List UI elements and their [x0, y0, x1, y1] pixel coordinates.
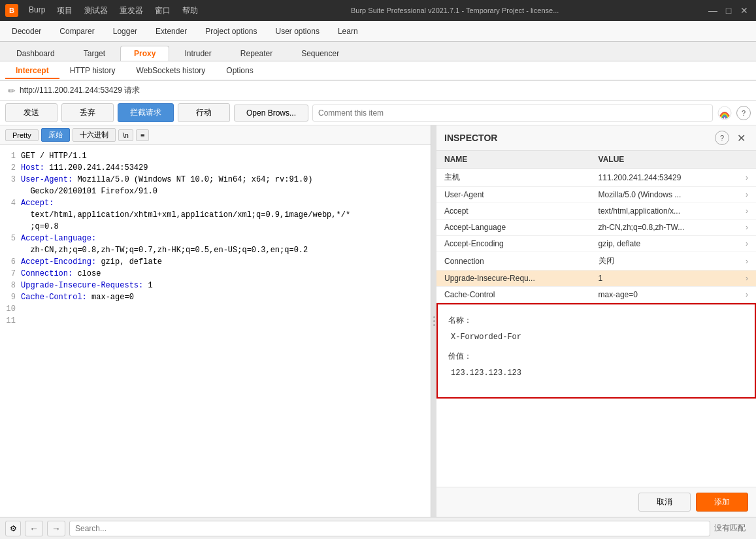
chevron-icon: › — [738, 270, 756, 287]
editor-line-4b: text/html,application/xhtml+xml,applicat… — [5, 209, 425, 221]
editor-line-9: 9 Cache-Control: max-age=0 — [5, 291, 425, 303]
menu-logger[interactable]: Logger — [104, 24, 146, 39]
inspector-help-icon[interactable]: ? — [715, 131, 729, 145]
row-name: Accept-Encoding — [436, 236, 591, 252]
table-row[interactable]: Connection 关闭 › — [436, 252, 756, 270]
row-value: gzip, deflate — [591, 236, 738, 252]
chevron-icon: › — [738, 287, 756, 303]
title-bar-menus: Burp 项目 测试器 重发器 窗口 帮助 — [24, 4, 203, 18]
close-button[interactable]: ✕ — [738, 4, 751, 17]
table-row[interactable]: Accept-Encoding gzip, deflate › — [436, 236, 756, 252]
back-button[interactable]: ← — [25, 521, 43, 536]
menu-resender[interactable]: 重发器 — [114, 4, 148, 18]
resize-handle[interactable] — [431, 125, 436, 517]
tab-intruder[interactable]: Intruder — [171, 46, 225, 61]
inspector-header: INSPECTOR ? ✕ — [436, 125, 756, 151]
pretty-btn[interactable]: Pretty — [5, 129, 39, 141]
chevron-icon: › — [738, 169, 756, 187]
send-button[interactable]: 发送 — [5, 103, 58, 122]
editor-line-5: 5 Accept-Language: — [5, 233, 425, 244]
row-value: 关闭 — [591, 252, 738, 270]
row-name: Accept-Language — [436, 220, 591, 236]
main-content: Pretty 原始 十六进制 \n ≡ 1 GET / HTTP/1.1 2 H… — [0, 125, 756, 517]
tab-target[interactable]: Target — [70, 46, 119, 61]
menu-btn[interactable]: ≡ — [136, 129, 149, 141]
settings-icon[interactable]: ⚙ — [5, 521, 21, 536]
editor-line-3: 3 User-Agent: Mozilla/5.0 (Windows NT 10… — [5, 174, 425, 186]
editor-panel: Pretty 原始 十六进制 \n ≡ 1 GET / HTTP/1.1 2 H… — [0, 125, 431, 517]
menu-project[interactable]: 项目 — [52, 4, 78, 18]
menu-decoder[interactable]: Decoder — [3, 24, 50, 39]
tab-sequencer[interactable]: Sequencer — [288, 46, 353, 61]
minimize-button[interactable]: — — [706, 4, 719, 17]
menu-project-options[interactable]: Project options — [196, 24, 266, 39]
discard-button[interactable]: 丢弃 — [61, 103, 114, 122]
inspector-scroll[interactable]: NAME VALUE 主机 111.200.241.244:53429 › Us… — [436, 151, 756, 487]
status-bar: ⚙ ← → 没有匹配 — [0, 517, 756, 539]
raw-btn[interactable]: 原始 — [41, 128, 70, 142]
editor-line-6: 6 Accept-Encoding: gzip, deflate — [5, 256, 425, 268]
forward-button[interactable]: → — [47, 521, 65, 536]
row-value: text/html,application/x... — [591, 203, 738, 220]
name-value: X-Forworded-For — [448, 331, 744, 343]
table-row[interactable]: User-Agent Mozilla/5.0 (Windows ... › — [436, 187, 756, 203]
chevron-icon: › — [738, 252, 756, 270]
menu-burp[interactable]: Burp — [24, 4, 50, 18]
subtab-intercept[interactable]: Intercept — [5, 63, 59, 79]
col-name: NAME — [436, 151, 591, 169]
inspector-panel: INSPECTOR ? ✕ NAME VALUE 主机 111.200.241.… — [436, 125, 756, 517]
menu-help[interactable]: 帮助 — [177, 4, 203, 18]
editor-line-4c: ;q=0.8 — [5, 221, 425, 233]
open-browser-button[interactable]: Open Brows... — [234, 105, 308, 122]
menu-tester[interactable]: 测试器 — [79, 4, 113, 18]
menu-window[interactable]: 窗口 — [150, 4, 176, 18]
nav-tabs: Dashboard Target Proxy Intruder Repeater… — [0, 42, 756, 61]
search-input[interactable] — [69, 521, 710, 536]
table-row-highlighted[interactable]: Upgrade-Insecure-Requ... 1 › — [436, 270, 756, 287]
comment-input[interactable] — [312, 105, 713, 122]
row-name: User-Agent — [436, 187, 591, 203]
subtab-options[interactable]: Options — [216, 63, 263, 79]
tab-proxy[interactable]: Proxy — [120, 46, 169, 61]
tab-dashboard[interactable]: Dashboard — [3, 46, 69, 61]
request-url: http://111.200.241.244:53429 请求 — [20, 85, 140, 96]
tab-repeater[interactable]: Repeater — [227, 46, 286, 61]
edit-icon: ✏ — [8, 86, 16, 96]
table-row[interactable]: Accept text/html,application/x... › — [436, 203, 756, 220]
value-value: 123.123.123.123 — [448, 367, 744, 379]
newline-btn[interactable]: \n — [118, 129, 133, 141]
add-button[interactable]: 添加 — [696, 493, 748, 512]
menu-comparer[interactable]: Comparer — [50, 24, 103, 39]
no-match-label: 没有匹配 — [714, 523, 751, 534]
window-title: Burp Suite Professional v2021.7.1 - Temp… — [208, 7, 701, 14]
table-row[interactable]: Cache-Control max-age=0 › — [436, 287, 756, 303]
title-bar: B Burp 项目 测试器 重发器 窗口 帮助 Burp Suite Profe… — [0, 0, 756, 21]
hex-btn[interactable]: 十六进制 — [73, 128, 116, 142]
editor-line-1: 1 GET / HTTP/1.1 — [5, 150, 425, 162]
inspector-close-icon[interactable]: ✕ — [734, 132, 748, 144]
editor-line-11: 11 — [5, 315, 425, 327]
subtab-websockets-history[interactable]: WebSockets history — [125, 63, 216, 79]
name-label: 名称： — [448, 315, 744, 326]
editor-line-7: 7 Connection: close — [5, 268, 425, 280]
help-icon[interactable]: ? — [736, 106, 751, 120]
table-row[interactable]: Accept-Language zh-CN,zh;q=0.8,zh-TW... … — [436, 220, 756, 236]
editor-line-3b: Gecko/20100101 Firefox/91.0 — [5, 186, 425, 197]
detail-panel: 名称： X-Forworded-For 价值： 123.123.123.123 — [436, 303, 756, 399]
maximize-button[interactable]: □ — [722, 4, 735, 17]
action-button[interactable]: 行动 — [178, 103, 230, 122]
editor-line-8: 8 Upgrade-Insecure-Requests: 1 — [5, 280, 425, 291]
intercept-button[interactable]: 拦截请求 — [118, 103, 174, 122]
row-name: Connection — [436, 252, 591, 270]
table-row[interactable]: 主机 111.200.241.244:53429 › — [436, 169, 756, 187]
editor-content[interactable]: 1 GET / HTTP/1.1 2 Host: 111.200.241.244… — [0, 145, 431, 517]
sub-tabs: Intercept HTTP history WebSockets histor… — [0, 61, 756, 81]
editor-line-10: 10 — [5, 303, 425, 315]
menu-learn[interactable]: Learn — [329, 24, 367, 39]
highlight-icon[interactable] — [717, 105, 732, 121]
menu-user-options[interactable]: User options — [267, 24, 329, 39]
subtab-http-history[interactable]: HTTP history — [59, 63, 126, 79]
menu-bar: Decoder Comparer Logger Extender Project… — [0, 21, 756, 42]
menu-extender[interactable]: Extender — [146, 24, 196, 39]
cancel-button[interactable]: 取消 — [638, 493, 691, 512]
